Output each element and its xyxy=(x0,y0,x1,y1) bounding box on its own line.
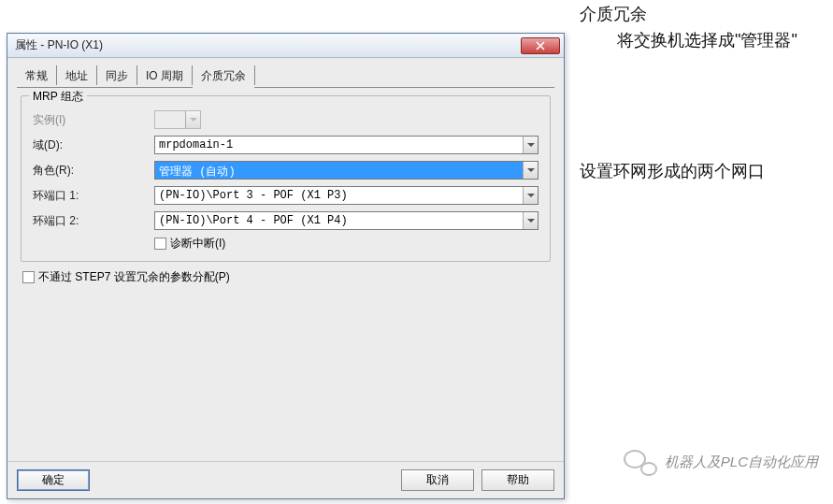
tab-io-cycle[interactable]: IO 周期 xyxy=(137,65,192,88)
combo-domain[interactable]: mrpdomain-1 xyxy=(154,136,539,154)
groupbox-legend: MRP 组态 xyxy=(29,89,87,105)
label-instance: 实例(I) xyxy=(33,112,154,128)
window-title: 属性 - PN-IO (X1) xyxy=(15,37,103,53)
tab-sync[interactable]: 同步 xyxy=(97,65,136,88)
checkbox-diag-row: 诊断中断(I) xyxy=(154,236,539,252)
tab-general[interactable]: 常规 xyxy=(17,65,56,88)
checkbox-step7-row: 不通过 STEP7 设置冗余的参数分配(P) xyxy=(22,269,551,285)
chevron-down-icon[interactable] xyxy=(523,162,538,179)
tab-media-redundancy[interactable]: 介质冗余 xyxy=(193,65,254,88)
annotation-role: 将交换机选择成"管理器" xyxy=(617,28,813,53)
label-domain: 域(D): xyxy=(33,137,154,153)
properties-dialog: 属性 - PN-IO (X1) 常规 地址 同步 IO 周期 介质冗余 MRP … xyxy=(7,33,565,499)
annotation-ports: 设置环网形成的两个网口 xyxy=(580,159,823,184)
chevron-down-icon[interactable] xyxy=(523,137,538,153)
chevron-down-icon[interactable] xyxy=(523,212,538,229)
combo-instance xyxy=(154,110,201,129)
combo-port2[interactable]: (PN-IO)\Port 4 - POF (X1 P4) xyxy=(154,211,539,230)
checkbox-diag-interrupt[interactable] xyxy=(154,238,166,250)
label-diag-interrupt: 诊断中断(I) xyxy=(170,236,225,252)
mrp-groupbox: MRP 组态 实例(I) 域(D): mrpdomain-1 角色(R): xyxy=(21,95,551,262)
watermark: 机器人及PLC自动化应用 xyxy=(624,448,818,476)
annotation-title: 介质冗余 xyxy=(580,2,647,27)
close-icon xyxy=(536,41,545,50)
tab-bar: 常规 地址 同步 IO 周期 介质冗余 xyxy=(7,58,564,87)
watermark-text: 机器人及PLC自动化应用 xyxy=(665,454,818,471)
ok-button[interactable]: 确定 xyxy=(17,469,90,491)
dialog-footer: 确定 取消 帮助 xyxy=(7,461,564,498)
label-port2: 环端口 2: xyxy=(33,213,154,229)
combo-role[interactable]: 管理器 (自动) xyxy=(154,161,539,180)
cancel-button[interactable]: 取消 xyxy=(401,469,474,491)
label-no-step7: 不通过 STEP7 设置冗余的参数分配(P) xyxy=(38,269,230,285)
wechat-icon xyxy=(624,448,657,476)
titlebar[interactable]: 属性 - PN-IO (X1) xyxy=(7,34,564,58)
tab-address[interactable]: 地址 xyxy=(57,65,96,88)
combo-port1[interactable]: (PN-IO)\Port 3 - POF (X1 P3) xyxy=(154,186,539,205)
label-port1: 环端口 1: xyxy=(33,188,154,204)
help-button[interactable]: 帮助 xyxy=(481,469,554,491)
chevron-down-icon xyxy=(185,111,200,128)
checkbox-no-step7[interactable] xyxy=(22,271,35,283)
chevron-down-icon[interactable] xyxy=(523,187,538,204)
tab-content: MRP 组态 实例(I) 域(D): mrpdomain-1 角色(R): xyxy=(7,88,564,293)
label-role: 角色(R): xyxy=(33,163,154,179)
close-button[interactable] xyxy=(521,37,560,54)
